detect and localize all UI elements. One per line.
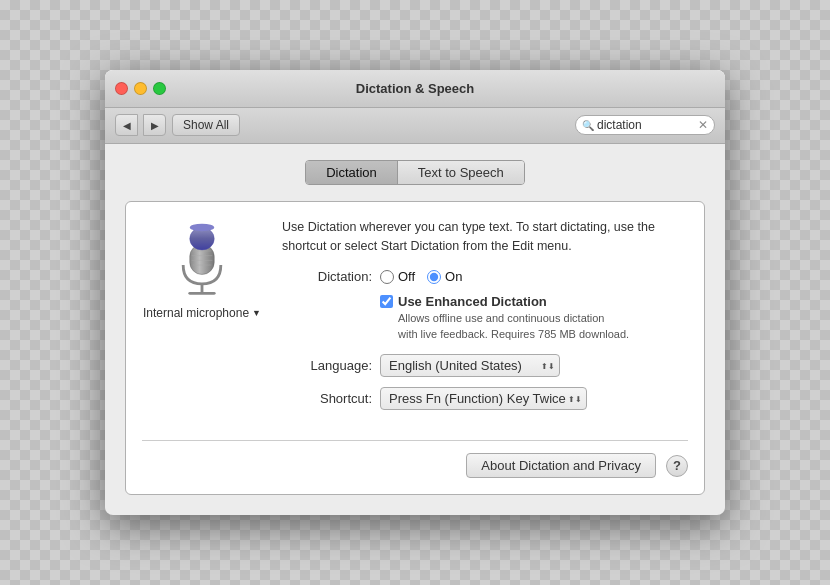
svg-point-2 [190,224,214,232]
language-select-wrapper: English (United States) [380,354,560,377]
main-window: Dictation & Speech ◀ ▶ Show All 🔍 ✕ Dict… [105,70,725,515]
dictation-on-option[interactable]: On [427,269,462,284]
dictation-on-radio[interactable] [427,270,441,284]
forward-button[interactable]: ▶ [143,114,166,136]
microphone-section: Internal microphone ▼ [142,218,262,420]
shortcut-row: Shortcut: Press Fn (Function) Key Twice [282,387,688,410]
privacy-button[interactable]: About Dictation and Privacy [466,453,656,478]
tab-group: Dictation Text to Speech [305,160,525,185]
microphone-label[interactable]: Internal microphone ▼ [143,306,261,320]
dictation-label: Dictation: [282,269,372,284]
tab-bar: Dictation Text to Speech [125,160,705,185]
search-icon: 🔍 [582,120,594,131]
mic-dropdown-arrow: ▼ [252,308,261,318]
search-input[interactable] [597,118,697,132]
toolbar: ◀ ▶ Show All 🔍 ✕ [105,108,725,144]
tab-text-to-speech[interactable]: Text to Speech [398,161,524,184]
dictation-off-radio[interactable] [380,270,394,284]
search-box: 🔍 ✕ [575,115,715,135]
shortcut-select[interactable]: Press Fn (Function) Key Twice [380,387,587,410]
dictation-off-option[interactable]: Off [380,269,415,284]
shortcut-label: Shortcut: [282,391,372,406]
enhanced-dictation-labels: Use Enhanced Dictation Allows offline us… [398,294,629,342]
settings-section: Use Dictation wherever you can type text… [282,218,688,420]
search-clear-icon[interactable]: ✕ [698,118,708,132]
minimize-button[interactable] [134,82,147,95]
window-title: Dictation & Speech [356,81,474,96]
settings-panel: Internal microphone ▼ Use Dictation wher… [125,201,705,495]
enhanced-dictation-checkbox[interactable] [380,295,393,308]
show-all-button[interactable]: Show All [172,114,240,136]
language-select[interactable]: English (United States) [380,354,560,377]
enhanced-dictation-label: Use Enhanced Dictation [398,294,629,309]
traffic-lights [115,82,166,95]
dictation-toggle-row: Dictation: Off On [282,269,688,284]
shortcut-select-wrapper: Press Fn (Function) Key Twice [380,387,587,410]
microphone-icon [167,218,237,298]
title-bar: Dictation & Speech [105,70,725,108]
close-button[interactable] [115,82,128,95]
bottom-row: About Dictation and Privacy ? [142,440,688,478]
back-button[interactable]: ◀ [115,114,138,136]
main-area: Internal microphone ▼ Use Dictation wher… [142,218,688,420]
language-label: Language: [282,358,372,373]
description-text: Use Dictation wherever you can type text… [282,218,688,256]
language-row: Language: English (United States) [282,354,688,377]
enhanced-dictation-row: Use Enhanced Dictation Allows offline us… [380,294,688,342]
tab-dictation[interactable]: Dictation [306,161,398,184]
help-button[interactable]: ? [666,455,688,477]
content-area: Dictation Text to Speech [105,144,725,515]
maximize-button[interactable] [153,82,166,95]
enhanced-dictation-desc: Allows offline use and continuous dictat… [398,311,629,342]
dictation-radio-group: Off On [380,269,462,284]
